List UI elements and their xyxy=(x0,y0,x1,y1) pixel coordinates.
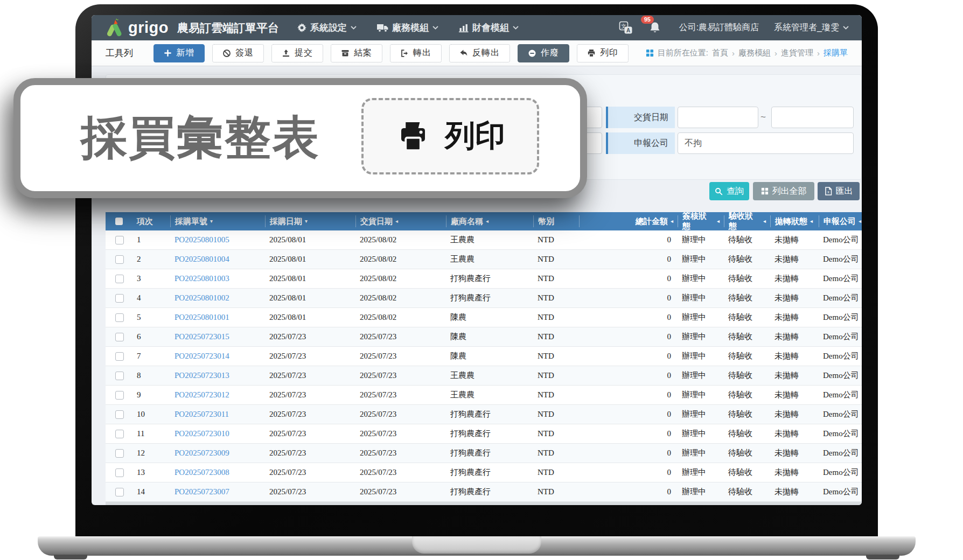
close-case-button[interactable]: 結案 xyxy=(331,44,382,62)
navbar: grigo 農易訂雲端訂單平台 系統設定 廠務模組 xyxy=(92,15,862,40)
add-button[interactable]: 新增 xyxy=(153,44,205,62)
cell-po[interactable]: PO20250723008 xyxy=(170,463,265,482)
row-checkbox-cell xyxy=(106,308,131,327)
row-checkbox[interactable] xyxy=(115,313,124,322)
column-header-order_date[interactable]: 採購日期▾ xyxy=(265,215,355,227)
menu-finance-module[interactable]: 財會模組 xyxy=(459,22,519,34)
column-header-receiving[interactable]: 驗收狀態◂ xyxy=(724,215,770,227)
row-checkbox-cell xyxy=(106,289,131,307)
row-checkbox[interactable] xyxy=(115,468,124,477)
brand-title: 農易訂雲端訂單平台 xyxy=(177,20,279,36)
print-chip-label: 列印 xyxy=(445,116,505,157)
purchase-order-table: 項次採購單號▾採購日期▾交貨日期◂廠商名稱◂幣別總計金額◂簽核狀態◂驗收狀態◂拋… xyxy=(106,212,862,502)
cell-transfer: 未拋轉 xyxy=(770,405,819,424)
submit-button[interactable]: 提交 xyxy=(271,44,323,62)
truck-icon xyxy=(377,24,388,32)
breadcrumb-factory[interactable]: 廠務模組 xyxy=(738,48,771,58)
sort-icon: ▾ xyxy=(305,219,308,224)
cell-transfer: 未拋轉 xyxy=(770,230,819,249)
cell-company: Demo公司 xyxy=(819,269,862,288)
user-menu[interactable]: 系統管理者_瓊雯 xyxy=(774,22,849,33)
cell-vendor: 王農農 xyxy=(446,230,533,249)
cell-currency: NTD xyxy=(533,269,579,288)
delivery-date-to-input[interactable] xyxy=(771,107,854,128)
cell-po[interactable]: PO20250801002 xyxy=(170,289,265,307)
reverse-transfer-button[interactable]: 反轉出 xyxy=(449,44,510,62)
language-icon[interactable]: 文A xyxy=(619,21,633,35)
search-button[interactable]: 查詢 xyxy=(709,182,749,200)
delivery-date-from-input[interactable] xyxy=(678,107,758,128)
cell-po[interactable]: PO20250723007 xyxy=(170,482,265,501)
cell-po[interactable]: PO20250723015 xyxy=(170,327,265,346)
row-checkbox[interactable] xyxy=(115,488,124,496)
row-checkbox-cell xyxy=(106,482,131,501)
cell-po[interactable]: PO20250801003 xyxy=(170,269,265,288)
column-header-vendor[interactable]: 廠商名稱◂ xyxy=(446,215,533,227)
row-checkbox[interactable] xyxy=(115,255,124,264)
cell-order_date: 2025/07/23 xyxy=(265,405,355,424)
cell-vendor: 打狗農產行 xyxy=(446,424,533,443)
cell-po[interactable]: PO20250801004 xyxy=(170,250,265,269)
cell-approval: 辦理中 xyxy=(678,308,724,327)
cell-po[interactable]: PO20250723009 xyxy=(170,444,265,463)
breadcrumb-home[interactable]: 首頁 xyxy=(712,48,728,58)
cell-company: Demo公司 xyxy=(819,444,862,463)
row-checkbox[interactable] xyxy=(115,352,124,361)
cell-po[interactable]: PO20250723013 xyxy=(170,366,265,385)
sort-icon: ◂ xyxy=(671,219,673,224)
print-button[interactable]: 列印 xyxy=(577,44,629,62)
column-header-approval[interactable]: 簽核狀態◂ xyxy=(678,215,724,227)
sign-back-button[interactable]: 簽退 xyxy=(212,44,264,62)
navbar-right: 文A 95 公司:農易訂體驗商店 系統管理者_瓊雯 xyxy=(619,21,849,35)
column-header-transfer[interactable]: 拋轉狀態◂ xyxy=(770,215,819,227)
cell-total: 0 xyxy=(579,327,678,346)
column-header-delivery_date[interactable]: 交貨日期◂ xyxy=(355,215,446,227)
cell-po[interactable]: PO20250801005 xyxy=(170,230,265,249)
cell-transfer: 未拋轉 xyxy=(770,289,819,307)
row-checkbox[interactable] xyxy=(115,294,124,303)
void-button[interactable]: 作廢 xyxy=(518,44,569,62)
table-row: 10PO202507230112025/07/232025/07/23打狗農產行… xyxy=(106,405,862,424)
cell-po[interactable]: PO20250801001 xyxy=(170,308,265,327)
column-header-no[interactable]: 項次 xyxy=(131,215,170,227)
row-checkbox[interactable] xyxy=(115,449,124,458)
select-all-checkbox[interactable] xyxy=(106,215,131,227)
cell-po[interactable]: PO20250723010 xyxy=(170,424,265,443)
export-button[interactable]: x 匯出 xyxy=(818,182,860,200)
printer-icon xyxy=(587,49,596,58)
row-checkbox[interactable] xyxy=(115,391,124,400)
cell-currency: NTD xyxy=(533,405,579,424)
menu-system-settings[interactable]: 系統設定 xyxy=(297,22,357,34)
cell-po[interactable]: PO20250723011 xyxy=(170,405,265,424)
callout-print-button[interactable]: 列印 xyxy=(361,98,539,174)
cell-total: 0 xyxy=(579,366,678,385)
row-checkbox[interactable] xyxy=(115,275,124,283)
row-checkbox[interactable] xyxy=(115,333,124,341)
cell-company: Demo公司 xyxy=(819,366,862,385)
row-checkbox[interactable] xyxy=(115,372,124,380)
column-header-total[interactable]: 總計金額◂ xyxy=(579,215,678,227)
column-header-po[interactable]: 採購單號▾ xyxy=(170,215,265,227)
cell-company: Demo公司 xyxy=(819,386,862,404)
sort-icon: ◂ xyxy=(859,219,861,224)
clipped-footer-edge xyxy=(106,502,862,505)
column-header-currency[interactable]: 幣別 xyxy=(533,215,579,227)
cell-receiving: 待驗收 xyxy=(724,405,770,424)
breadcrumb-inbound[interactable]: 進貨管理 xyxy=(781,48,813,58)
column-header-company[interactable]: 申報公司◂ xyxy=(819,215,862,227)
cell-company: Demo公司 xyxy=(819,289,862,307)
list-all-button[interactable]: 列出全部 xyxy=(753,182,814,200)
row-checkbox[interactable] xyxy=(115,410,124,419)
menu-factory-module[interactable]: 廠務模組 xyxy=(377,22,438,34)
brand[interactable]: grigo 農易訂雲端訂單平台 xyxy=(104,18,279,38)
cell-po[interactable]: PO20250723012 xyxy=(170,386,265,404)
cell-po[interactable]: PO20250723014 xyxy=(170,347,265,366)
row-checkbox[interactable] xyxy=(115,430,124,438)
report-company-input[interactable]: 不拘 xyxy=(678,132,854,154)
cell-order_date: 2025/07/23 xyxy=(265,366,355,385)
notification-bell-icon[interactable]: 95 xyxy=(649,22,661,34)
sort-icon: ◂ xyxy=(486,219,489,224)
transfer-out-button[interactable]: 轉出 xyxy=(390,44,442,62)
row-checkbox[interactable] xyxy=(115,236,124,244)
cell-currency: NTD xyxy=(533,230,579,249)
